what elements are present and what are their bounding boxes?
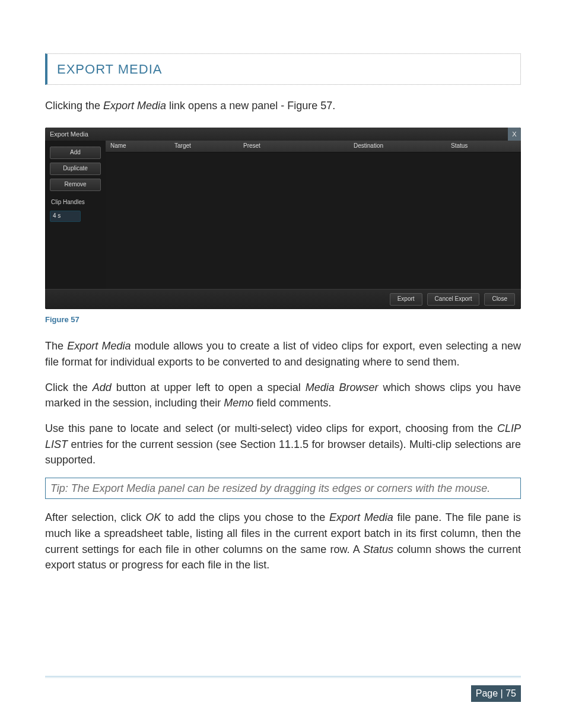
paragraph-3: Use this pane to locate and select (or m…: [45, 421, 521, 468]
remove-button[interactable]: Remove: [50, 179, 101, 191]
paragraph-2: Click the Add button at upper left to op…: [45, 380, 521, 411]
panel-footer: Export Cancel Export Close: [45, 289, 521, 309]
clip-handles-input[interactable]: 4 s: [50, 211, 81, 222]
figure-caption: Figure 57: [45, 314, 521, 325]
p4-em2: Export Media: [329, 511, 393, 523]
tip-box: Tip: The Export Media panel can be resiz…: [45, 478, 521, 500]
p2-em3: Memo: [224, 397, 253, 409]
col-name[interactable]: Name: [106, 142, 170, 151]
page-number-badge: Page | 75: [471, 685, 521, 702]
p4-em1: OK: [145, 511, 161, 523]
intro-post: link opens a new panel - Figure 57.: [166, 100, 335, 112]
export-button[interactable]: Export: [390, 293, 422, 306]
export-media-panel: Export Media X Add Duplicate Remove Clip…: [45, 128, 521, 309]
p1-em1: Export Media: [67, 340, 131, 352]
col-destination[interactable]: Destination: [349, 142, 446, 151]
panel-sidebar: Add Duplicate Remove Clip Handles 4 s: [45, 141, 106, 289]
p4-b: to add the clips you chose to the: [161, 511, 329, 523]
p2-em2: Media Browser: [306, 382, 379, 393]
p3-a: Use this pane to locate and select (or m…: [45, 422, 497, 434]
panel-body: Add Duplicate Remove Clip Handles 4 s Na…: [45, 141, 521, 289]
p4-em3: Status: [363, 543, 393, 555]
panel-main: Name Target Preset Destination Status: [106, 141, 521, 289]
section-heading: EXPORT MEDIA: [57, 60, 520, 80]
p2-b: button at upper left to open a special: [112, 382, 306, 393]
panel-title: Export Media: [50, 128, 88, 141]
cancel-export-button[interactable]: Cancel Export: [427, 293, 480, 306]
col-target[interactable]: Target: [170, 142, 239, 151]
p2-a: Click the: [45, 382, 93, 393]
paragraph-4: After selection, click OK to add the cli…: [45, 510, 521, 573]
col-status[interactable]: Status: [446, 142, 521, 151]
add-button[interactable]: Add: [50, 147, 101, 159]
p4-a: After selection, click: [45, 511, 145, 523]
clip-handles-label: Clip Handles: [50, 195, 101, 207]
p3-b: entries for the current session (see Sec…: [45, 438, 521, 466]
close-icon[interactable]: X: [508, 128, 521, 141]
close-button[interactable]: Close: [484, 293, 515, 306]
duplicate-button[interactable]: Duplicate: [50, 163, 101, 175]
section-heading-box: EXPORT MEDIA: [45, 53, 521, 85]
p1-a: The: [45, 340, 67, 352]
panel-titlebar: Export Media X: [45, 128, 521, 141]
intro-em: Export Media: [103, 100, 166, 112]
footer-rule: [45, 676, 521, 678]
intro-pre: Clicking the: [45, 100, 103, 112]
paragraph-1: The Export Media module allows you to cr…: [45, 338, 521, 370]
column-headers: Name Target Preset Destination Status: [106, 141, 521, 152]
intro-paragraph: Clicking the Export Media link opens a n…: [45, 98, 521, 114]
page-footer: Page | 75: [45, 676, 521, 702]
p2-d: field comments.: [253, 397, 331, 409]
col-preset[interactable]: Preset: [239, 142, 349, 151]
p2-em1: Add: [93, 382, 112, 393]
file-list[interactable]: [106, 152, 521, 289]
